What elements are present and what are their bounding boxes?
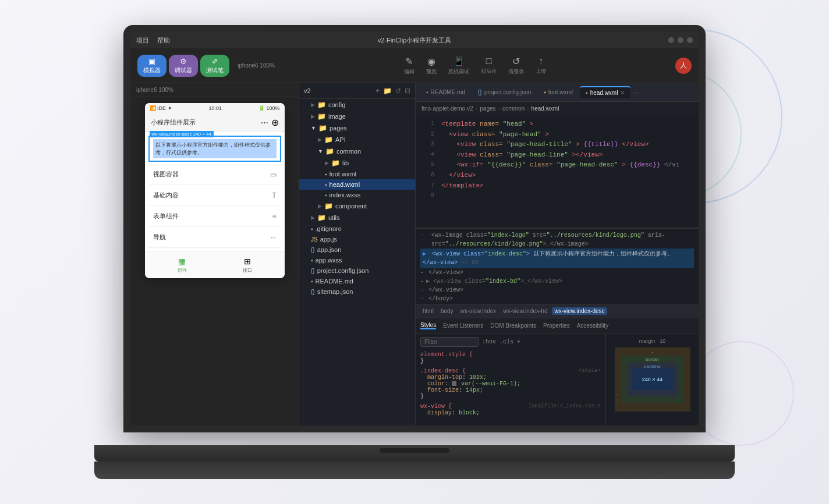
filter-add[interactable]: +	[517, 339, 520, 345]
tree-label: index.wxss	[330, 191, 361, 198]
filetree-collapse-icon[interactable]: ⊟	[405, 87, 410, 95]
tab-event-listeners[interactable]: Event Listeners	[443, 322, 483, 329]
tree-item-app-json[interactable]: {} app.json	[299, 244, 415, 255]
tab-foot-wxml[interactable]: ▪ foot.wxml	[538, 87, 579, 98]
nav-interface[interactable]: ⊞ 接口	[243, 257, 252, 274]
simulator-label: 模拟器	[143, 66, 161, 74]
phone-header-more[interactable]: ··· ⊕	[261, 117, 279, 128]
code-area[interactable]: 1 <template name= "head" > 2	[416, 115, 699, 228]
simulator-device-label: iphone6 100%	[136, 87, 173, 93]
tab-close-icon[interactable]: ✕	[620, 90, 625, 96]
css-rule-index-desc: .index-desc { <style> margin-top: 10px; …	[420, 368, 601, 400]
crumb-wx-view-index-desc[interactable]: wx-view.index-desc	[552, 307, 607, 315]
action-device-debug[interactable]: 📱 真机调试	[448, 56, 469, 76]
mode-debugger[interactable]: ⚙ 调试器	[169, 55, 198, 77]
user-avatar[interactable]: 人	[675, 58, 692, 74]
tree-item-foot-wxml[interactable]: ▪ foot.wxml	[299, 169, 415, 179]
highlighted-text: 以下将展示小程序官方组件能力，组件样式仅供参考，行式仅供参考。	[153, 139, 277, 158]
tree-item-image[interactable]: ▶ 📁 image	[299, 111, 415, 122]
tab-project-config[interactable]: {} project.config.json	[472, 87, 537, 98]
tree-item-sitemap[interactable]: {} sitemap.json	[299, 286, 415, 297]
filter-cls[interactable]: .cls	[499, 339, 513, 345]
crumb-wx-view-index-hd[interactable]: wx-view.index-hd	[501, 307, 550, 315]
tree-item-readme[interactable]: ▪ README.md	[299, 276, 415, 286]
action-background[interactable]: □ 切后台	[481, 56, 497, 75]
window-maximize[interactable]	[687, 37, 693, 43]
filter-bar: :hov .cls +	[420, 337, 601, 347]
filetree-actions: + 📁 ↺ ⊟	[375, 87, 410, 95]
box-model-panel: margin 10 -	[605, 333, 699, 425]
code-line-5: 5 <wx:if= "{{desc}}" class= "page-head-d…	[416, 160, 699, 171]
simulator-panel: iphone6 100% 📶 IDE ✦ 10:01 🔋 100% 小程序组件展…	[130, 83, 299, 425]
tree-item-app-js[interactable]: JS app.js	[299, 234, 415, 244]
xml-icon: ▪	[325, 171, 327, 178]
action-upload[interactable]: ↑ 上传	[536, 56, 546, 75]
filetree-new-file-icon[interactable]: +	[375, 87, 380, 95]
tree-item-project-config[interactable]: {} project.config.json	[299, 265, 415, 276]
tree-item-common[interactable]: ▼ 📁 common	[299, 145, 415, 157]
file-icon: ▪	[311, 278, 313, 285]
window-close[interactable]	[668, 37, 674, 43]
crumb-html[interactable]: html	[420, 307, 436, 315]
tree-item-pages[interactable]: ▼ 📁 pages	[299, 122, 415, 134]
tree-item-utils[interactable]: ▶ 📁 utils	[299, 212, 415, 223]
tab-dom-breakpoints[interactable]: DOM Breakpoints	[490, 322, 536, 329]
crumb-body[interactable]: body	[438, 307, 456, 315]
filetree-new-folder-icon[interactable]: 📁	[383, 87, 392, 95]
menu-icon-view: ▭	[270, 171, 277, 179]
editor-panel: ▪ README.md {} project.config.json ▪ foo…	[416, 83, 699, 425]
tab-properties[interactable]: Properties	[543, 322, 570, 329]
line-num: 5	[420, 160, 434, 169]
tree-item-api[interactable]: ▶ 📁 API	[299, 134, 415, 145]
menu-item-form[interactable]: 表单组件 ≡	[148, 206, 281, 227]
tab-more-icon[interactable]: ···	[634, 88, 640, 97]
tree-label: app.wxss	[316, 257, 342, 264]
css-close-2: }	[420, 393, 424, 400]
window-minimize[interactable]	[678, 37, 683, 43]
tree-item-component[interactable]: ▶ 📁 component	[299, 200, 415, 212]
mode-simulator[interactable]: ▣ 模拟器	[137, 55, 166, 77]
code-content: <view class= "page-head" >	[441, 130, 549, 140]
box-model-diagram: - border padding	[615, 347, 690, 411]
tree-item-lib[interactable]: ▶ 📁 lib	[299, 157, 415, 169]
css-source-wx[interactable]: localfile:/_index.css:2	[529, 403, 601, 409]
action-preview[interactable]: ◉ 预览	[426, 56, 437, 76]
filter-hov[interactable]: :hov	[482, 339, 496, 345]
filetree-refresh-icon[interactable]: ↺	[395, 87, 401, 95]
menu-item-view-container[interactable]: 视图容器 ▭	[148, 164, 281, 185]
device-info: iphone6 100%	[238, 62, 275, 69]
html-source-view: - <wx-image class="index-logo" src="../r…	[416, 229, 699, 304]
filetree-header: v2 + 📁 ↺ ⊟	[299, 83, 415, 99]
menu-item-nav[interactable]: 导航 ···	[148, 227, 281, 248]
html-source-line-6: - </body>	[420, 294, 694, 303]
arrow-icon: ▶	[311, 102, 315, 108]
tab-head-wxml[interactable]: ▪ head.wxml ✕	[580, 86, 630, 98]
tree-item-index-wxss[interactable]: ▪ index.wxss	[299, 190, 415, 200]
edit-label: 编辑	[404, 68, 414, 76]
filter-input[interactable]	[420, 337, 479, 347]
crumb-wx-view-index[interactable]: wx-view.index	[458, 307, 499, 315]
css-icon: ▪	[325, 192, 327, 198]
menu-item-help[interactable]: 帮助	[157, 36, 170, 45]
menu-item-basic-content[interactable]: 基础内容 T	[148, 185, 281, 206]
action-clear-cache[interactable]: ↺ 清缓存	[508, 56, 524, 76]
json-tab-icon: {}	[478, 89, 482, 95]
content-dimensions: 240 × 44	[642, 377, 663, 382]
tree-item-app-wxss[interactable]: ▪ app.wxss	[299, 255, 415, 265]
menu-item-project[interactable]: 项目	[136, 36, 149, 45]
component-label: wx-view.index-desc 240 × 44	[150, 131, 214, 137]
nav-component[interactable]: ▦ 组件	[178, 257, 187, 274]
laptop-screen: 项目 帮助 v2-FinClip小程序开发工具 ▣ 模拟器	[130, 32, 699, 425]
tab-readme[interactable]: ▪ README.md	[420, 87, 471, 98]
css-source[interactable]: <style>	[579, 368, 601, 374]
html-source-line-2: ▶ <wx-view class="index-desc"> 以下将展示小程序官…	[420, 249, 694, 268]
tree-item-head-wxml[interactable]: ▪ head.wxml	[299, 179, 415, 190]
line-num: 2	[420, 130, 434, 139]
mode-test[interactable]: ✐ 测试笔	[200, 55, 229, 77]
tab-styles[interactable]: Styles	[420, 322, 436, 329]
tree-item-config[interactable]: ▶ 📁 config	[299, 99, 415, 111]
action-edit[interactable]: ✎ 编辑	[404, 56, 414, 76]
tab-accessibility[interactable]: Accessibility	[577, 322, 608, 329]
arrow-icon: ▼	[318, 148, 323, 154]
tree-item-gitignore[interactable]: ▪ .gitignore	[299, 223, 415, 234]
